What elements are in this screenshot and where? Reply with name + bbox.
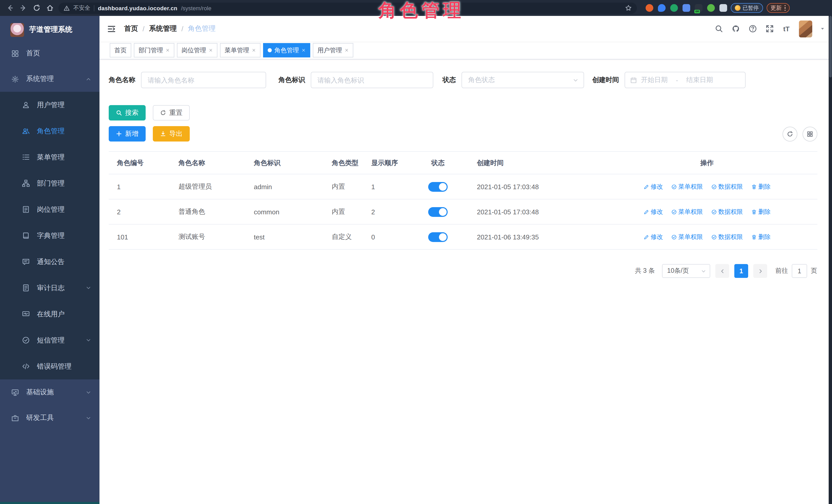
reset-button[interactable]: 重置: [153, 105, 190, 121]
extension-icon[interactable]: on: [695, 4, 703, 12]
export-button[interactable]: 导出: [153, 126, 190, 141]
calendar-icon: [630, 77, 637, 83]
sidebar-item-0[interactable]: 首页: [0, 41, 100, 66]
check-circle-icon: [671, 184, 677, 189]
chevron-down-icon: [86, 390, 91, 395]
action-修改[interactable]: 修改: [644, 207, 663, 216]
paused-extension-pill[interactable]: 已暂停: [731, 3, 763, 13]
menu-dots-icon[interactable]: [784, 5, 786, 11]
sidebar-item-5[interactable]: 部门管理: [0, 170, 100, 196]
action-删除[interactable]: 删除: [751, 207, 771, 216]
action-数据权限[interactable]: 数据权限: [711, 233, 743, 241]
status-toggle[interactable]: [428, 232, 448, 242]
breadcrumb-item[interactable]: 系统管理: [149, 24, 177, 33]
sidebar-item-3[interactable]: 角色管理: [0, 118, 100, 144]
column-header-2: 角色标识: [245, 152, 323, 174]
cell: 内置: [323, 174, 363, 199]
role-name-input[interactable]: [141, 72, 266, 88]
status-select[interactable]: 角色状态: [462, 72, 584, 88]
tab-0[interactable]: 首页: [110, 43, 131, 57]
update-label: 更新: [771, 4, 782, 12]
address-bar[interactable]: 不安全 dashboard.yudao.iocoder.cn/system/ro…: [58, 2, 637, 14]
extension-icon[interactable]: [707, 4, 715, 12]
breadcrumb-item[interactable]: 首页: [124, 24, 138, 33]
action-修改[interactable]: 修改: [644, 182, 663, 191]
extension-icon[interactable]: [720, 4, 727, 12]
forward-icon[interactable]: [19, 3, 28, 13]
app-logo[interactable]: 芋道管理系统: [0, 16, 100, 41]
filter-label-time: 创建时间: [592, 75, 619, 85]
date-range-picker[interactable]: 开始日期 - 结束日期: [625, 72, 746, 88]
action-修改[interactable]: 修改: [644, 233, 663, 241]
close-icon[interactable]: [252, 48, 256, 52]
help-icon[interactable]: [748, 24, 757, 33]
goto-page-input[interactable]: [792, 264, 807, 278]
github-icon[interactable]: [731, 24, 740, 33]
role-key-input[interactable]: [311, 72, 433, 88]
bookmark-star-icon[interactable]: [625, 5, 632, 11]
fontsize-icon[interactable]: tT: [782, 24, 791, 33]
sidebar-item-12[interactable]: 错误码管理: [0, 353, 100, 379]
sidebar-item-13[interactable]: 基础设施: [0, 379, 100, 405]
sidebar-item-9[interactable]: 审计日志: [0, 275, 100, 301]
action-数据权限[interactable]: 数据权限: [711, 207, 743, 216]
close-icon[interactable]: [209, 48, 213, 52]
browser-update-button[interactable]: 更新: [766, 3, 790, 13]
filter-label-status: 状态: [443, 75, 456, 85]
user-avatar[interactable]: [799, 20, 812, 37]
action-菜单权限[interactable]: 菜单权限: [671, 233, 703, 241]
close-icon[interactable]: [302, 48, 306, 52]
tab-label: 菜单管理: [225, 46, 249, 55]
search-icon[interactable]: [714, 24, 723, 33]
sidebar-item-4[interactable]: 菜单管理: [0, 144, 100, 170]
column-header-0: 角色编号: [109, 152, 170, 174]
action-菜单权限[interactable]: 菜单权限: [671, 182, 703, 191]
sidebar-item-1[interactable]: 系统管理: [0, 66, 100, 92]
extension-icon[interactable]: [670, 4, 678, 12]
add-button[interactable]: 新增: [109, 126, 146, 141]
sidebar-item-7[interactable]: 字典管理: [0, 222, 100, 249]
created-time: 2021-01-05 17:03:48: [464, 199, 597, 224]
chevron-down-icon: [701, 268, 706, 273]
sidebar-menu: 首页系统管理用户管理角色管理菜单管理部门管理岗位管理字典管理通知公告审计日志在线…: [0, 41, 100, 502]
chevron-down-icon[interactable]: [820, 26, 825, 31]
action-删除[interactable]: 删除: [751, 182, 771, 191]
action-数据权限[interactable]: 数据权限: [711, 182, 743, 191]
collapse-menu-icon[interactable]: [106, 23, 117, 34]
sidebar-item-14[interactable]: 研发工具: [0, 405, 100, 431]
sidebar-item-11[interactable]: 短信管理: [0, 327, 100, 353]
tab-3[interactable]: 菜单管理: [220, 43, 260, 57]
cell: 测试账号: [170, 224, 245, 249]
extension-icon[interactable]: [682, 4, 690, 12]
prev-page-button[interactable]: [716, 264, 729, 278]
page-size-select[interactable]: 10条/页: [662, 264, 710, 278]
tab-1[interactable]: 部门管理: [134, 43, 174, 57]
divider: [94, 5, 94, 11]
refresh-table-button[interactable]: [782, 126, 797, 141]
home-icon[interactable]: [45, 3, 55, 13]
sidebar-item-10[interactable]: 在线用户: [0, 301, 100, 327]
page-number-active[interactable]: 1: [734, 264, 748, 278]
action-删除[interactable]: 删除: [751, 233, 771, 241]
extension-icon[interactable]: [646, 4, 653, 12]
status-toggle[interactable]: [428, 207, 448, 217]
column-settings-button[interactable]: [802, 126, 817, 141]
status-toggle[interactable]: [428, 182, 448, 191]
extension-icon[interactable]: [658, 4, 666, 12]
back-icon[interactable]: [5, 3, 15, 13]
gear-icon: [11, 75, 19, 83]
fullscreen-icon[interactable]: [765, 24, 774, 33]
reload-icon[interactable]: [32, 3, 42, 13]
action-菜单权限[interactable]: 菜单权限: [671, 207, 703, 216]
tab-4[interactable]: 角色管理: [263, 43, 310, 57]
sidebar-item-6[interactable]: 岗位管理: [0, 196, 100, 222]
search-button[interactable]: 搜索: [109, 105, 146, 121]
next-page-button[interactable]: [753, 264, 767, 278]
sidebar-item-8[interactable]: 通知公告: [0, 249, 100, 275]
tab-5[interactable]: 用户管理: [313, 43, 353, 57]
tab-2[interactable]: 岗位管理: [177, 43, 217, 57]
close-icon[interactable]: [345, 48, 349, 52]
browser-scrollbar[interactable]: [828, 16, 832, 504]
close-icon[interactable]: [166, 48, 170, 52]
sidebar-item-2[interactable]: 用户管理: [0, 92, 100, 118]
